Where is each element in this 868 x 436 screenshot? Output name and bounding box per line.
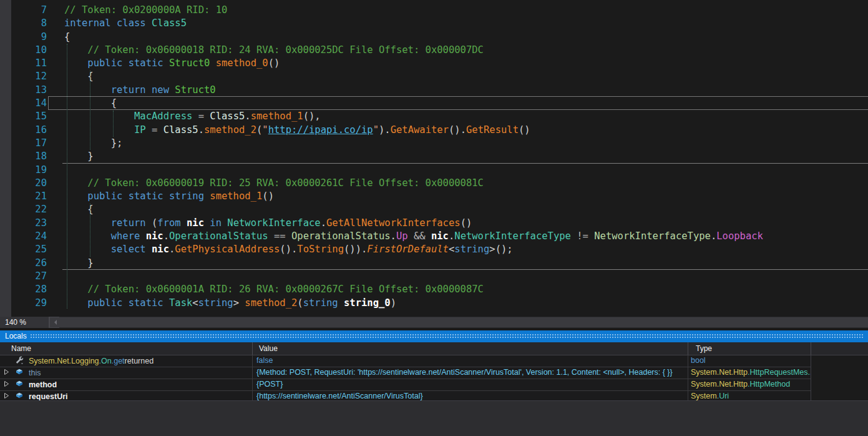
token-typ: NetworkInterface <box>227 217 320 229</box>
zoom-level-select[interactable]: 140 % <box>0 317 49 328</box>
value-segment: System <box>691 392 717 400</box>
line-number: 23 <box>0 217 47 230</box>
url-link[interactable]: http://ipapi.co/ip <box>268 124 373 136</box>
token-meth: GetPhysicalAddress <box>175 244 280 255</box>
token-punct: . <box>169 244 175 255</box>
token-kw: string <box>198 297 233 309</box>
locals-panel-header[interactable]: Locals <box>0 330 868 342</box>
code-line[interactable]: 28 // Token: 0x0600001A RID: 26 RVA: 0x0… <box>0 283 868 296</box>
token-etyp: NetworkInterfaceType <box>594 230 711 242</box>
code-line[interactable]: 23 return (from nic in NetworkInterface.… <box>0 217 868 230</box>
token-meth: smethod_2 <box>204 124 256 136</box>
token-styp: Struct0 <box>175 84 215 96</box>
locals-rows: System.Net.Logging.On.get returnedfalseb… <box>0 355 811 403</box>
token-punct: ( <box>152 217 157 229</box>
expander-icon[interactable] <box>4 368 12 379</box>
code-line[interactable]: 11 public static Struct0 smethod_0() <box>0 57 868 70</box>
cell-name: System.Net.Logging.On.get returned <box>0 355 253 367</box>
token-meth: smethod_0 <box>216 57 268 69</box>
code-line[interactable]: 15 MacAddress = Class5.smethod_1(), <box>0 110 868 123</box>
line-number: 25 <box>0 243 47 256</box>
code-line[interactable]: 17 }; <box>0 137 868 150</box>
cell-value: false <box>253 355 688 367</box>
code-line[interactable]: 20 // Token: 0x06000019 RID: 25 RVA: 0x0… <box>0 177 868 190</box>
token-pale: Class5 <box>163 124 198 136</box>
code-text: IP = Class5.smethod_2("http://ipapi.co/i… <box>47 124 530 137</box>
token-com: // Token: 0x06000019 RID: 25 RVA: 0x0000… <box>87 177 484 189</box>
code-line[interactable]: 8internal class Class5 <box>0 17 868 30</box>
line-number: 14 <box>0 97 47 110</box>
locals-row[interactable]: System.Net.Logging.On.get returnedfalseb… <box>0 355 811 367</box>
token-efield: Up <box>396 230 408 242</box>
code-line[interactable]: 29 public static Task<string> smethod_2(… <box>0 297 868 310</box>
line-number: 7 <box>0 4 47 17</box>
token-punct: () <box>262 191 274 202</box>
token-op: == <box>268 230 291 242</box>
value-segment: {POST} <box>256 380 283 389</box>
token-prop: MacAddress <box>134 111 192 122</box>
code-line[interactable]: 12 { <box>0 70 868 83</box>
column-header-type[interactable]: Type <box>688 342 811 355</box>
token-op: = <box>192 111 210 122</box>
expander-icon[interactable] <box>4 380 12 390</box>
line-number: 9 <box>0 31 47 44</box>
token-kw: string <box>454 244 489 255</box>
token-kw: select <box>111 244 152 255</box>
code-line[interactable]: 22 { <box>0 203 868 216</box>
code-text: // Token: 0x06000018 RID: 24 RVA: 0x0000… <box>47 44 484 57</box>
locals-row[interactable]: this{Method: POST, RequestUri: 'https://… <box>0 367 811 379</box>
code-line[interactable]: 27 <box>0 270 868 283</box>
token-punct: } <box>87 151 93 162</box>
value-segment: .HttpMethod <box>748 380 790 389</box>
token-kw: return <box>111 217 152 229</box>
cell-value: {POST} <box>253 379 688 390</box>
value-segment: System.Net.Logging <box>29 356 99 367</box>
token-punct: < <box>449 244 454 255</box>
token-punct: ) <box>391 297 396 309</box>
line-number: 15 <box>0 110 47 123</box>
token-kw: internal class <box>64 17 152 29</box>
value-segment: false <box>256 356 273 365</box>
column-header-name[interactable]: Name <box>0 342 253 355</box>
cell-value: {Method: POST, RequestUri: 'https://sent… <box>253 367 688 379</box>
horizontal-scrollbar[interactable] <box>50 317 868 327</box>
code-text: public static string smethod_1() <box>47 190 274 203</box>
locals-row[interactable]: method{POST}System.Net.Http.HttpMethod <box>0 379 811 391</box>
token-op: != <box>571 230 594 242</box>
scroll-left-arrow-icon[interactable] <box>52 320 57 325</box>
code-line[interactable]: 18 } <box>0 150 868 163</box>
column-header-filler <box>811 342 868 355</box>
code-line[interactable]: 21 public static string smethod_1() <box>0 190 868 203</box>
code-editor[interactable]: 7// Token: 0x0200000A RID: 108internal c… <box>0 0 868 317</box>
token-punct: { <box>111 97 117 109</box>
token-punct: { <box>87 71 93 82</box>
code-text: { <box>47 97 117 110</box>
code-line[interactable]: 14 { <box>0 97 868 110</box>
token-prop: OperationalStatus <box>169 230 268 242</box>
column-header-value[interactable]: Value <box>253 342 688 355</box>
code-text: { <box>47 31 70 44</box>
panel-grip-texture <box>30 334 864 339</box>
code-line[interactable]: 16 IP = Class5.smethod_2("http://ipapi.c… <box>0 124 868 137</box>
token-kw: where <box>111 230 146 242</box>
value-segment: .HttpRequestMes... <box>748 368 811 377</box>
code-line[interactable]: 19 <box>0 164 868 177</box>
token-punct: { <box>87 204 93 215</box>
line-number: 11 <box>0 57 47 70</box>
code-line[interactable]: 7// Token: 0x0200000A RID: 10 <box>0 4 868 17</box>
code-line[interactable]: 13 return new Struct0 <box>0 84 868 97</box>
code-lines: 7// Token: 0x0200000A RID: 108internal c… <box>0 4 868 310</box>
token-punct: (). <box>449 124 466 136</box>
code-text: return (from nic in NetworkInterface.Get… <box>47 217 472 230</box>
code-line[interactable]: 10 // Token: 0x06000018 RID: 24 RVA: 0x0… <box>0 44 868 57</box>
cell-name: method <box>0 379 253 390</box>
line-number: 28 <box>0 283 47 296</box>
field-icon <box>15 368 26 379</box>
editor-status-bar: 140 % <box>0 317 868 330</box>
code-line[interactable]: 9{ <box>0 31 868 44</box>
zoom-level-value: 140 % <box>5 318 26 327</box>
code-text: public static Struct0 smethod_0() <box>47 57 280 70</box>
code-line[interactable]: 26 } <box>0 257 868 270</box>
code-line[interactable]: 24 where nic.OperationalStatus == Operat… <box>0 230 868 243</box>
code-line[interactable]: 25 select nic.GetPhysicalAddress().ToStr… <box>0 243 868 256</box>
